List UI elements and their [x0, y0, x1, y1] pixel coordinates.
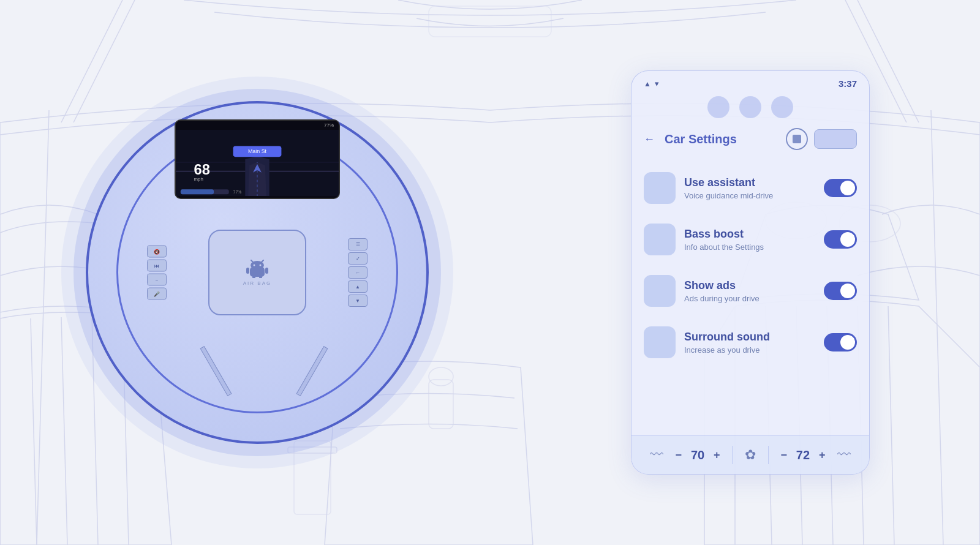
mounted-phone: P R N D 4 77% [175, 119, 340, 199]
show-ads-subtitle: Ads during your drive [684, 294, 815, 303]
svg-rect-28 [265, 268, 268, 274]
svg-text:mph: mph [194, 176, 203, 182]
heat-right-icon: 〰 [837, 447, 851, 463]
use-assistant-text: Use assistant Voice guidance mid-drive [684, 176, 815, 200]
left-btn[interactable]: ← [348, 266, 368, 279]
use-assistant-title: Use assistant [684, 176, 815, 189]
android-logo-icon [245, 260, 270, 278]
phone-status-bar: P R N D 4 77% [176, 121, 339, 130]
bass-boost-title: Bass boost [684, 228, 815, 241]
down-btn[interactable]: ▼ [348, 295, 368, 307]
surround-sound-title: Surround sound [684, 331, 815, 344]
settings-item-show-ads: Show ads Ads during your drive [631, 265, 869, 317]
toggle-knob [840, 284, 855, 298]
svg-line-24 [262, 260, 263, 262]
toggle-knob [840, 181, 855, 195]
bass-boost-text: Bass boost Info about the Settings [684, 228, 815, 252]
indicator-dot-2 [739, 96, 761, 118]
signal-icon: ▲ [644, 80, 651, 88]
airbag-label: AIR BAG [243, 280, 271, 286]
indicator-dot-3 [771, 96, 793, 118]
prev-btn[interactable]: ⏮ [147, 260, 167, 272]
svg-point-26 [260, 264, 262, 266]
right-temp-minus-button[interactable]: − [780, 449, 787, 462]
phone-battery: 77% [324, 122, 334, 128]
settings-item-surround-sound: Surround sound Increase as you drive [631, 317, 869, 368]
status-time: 3:37 [839, 78, 857, 89]
mute-btn[interactable]: 🔇 [147, 246, 167, 258]
voice-btn[interactable]: 🎤 [147, 288, 167, 300]
up-btn[interactable]: ▲ [348, 280, 368, 293]
left-temp-plus-button[interactable]: + [714, 449, 720, 462]
back-button[interactable]: ← [644, 133, 655, 146]
show-ads-text: Show ads Ads during your drive [684, 279, 815, 303]
stop-button[interactable] [786, 128, 808, 150]
climate-divider-2 [768, 446, 769, 464]
use-assistant-subtitle: Voice guidance mid-drive [684, 191, 815, 200]
status-icons: ▲ ▾ [644, 79, 659, 88]
climate-bar: 〰 − 70 + ✿ − 72 + 〰 [631, 435, 869, 474]
surround-sound-text: Surround sound Increase as you drive [684, 331, 815, 355]
bass-boost-subtitle: Info about the Settings [684, 242, 815, 252]
svg-text:Main St: Main St [248, 148, 267, 154]
spoke-right-buttons: ☰ ✓ ← ▲ ▼ [348, 238, 368, 307]
svg-text:68: 68 [194, 162, 210, 178]
use-assistant-toggle[interactable] [824, 179, 857, 197]
right-climate-control: − 72 + [780, 448, 825, 462]
stop-icon [793, 135, 801, 143]
indicator-dot-1 [707, 96, 729, 118]
use-assistant-icon-box [644, 172, 676, 204]
show-ads-toggle[interactable] [824, 282, 857, 300]
heat-left-icon: 〰 [650, 447, 663, 463]
settings-item-use-assistant: Use assistant Voice guidance mid-drive [631, 162, 869, 214]
spoke-left-buttons: 🔇 ⏮ − 🎤 [147, 246, 167, 300]
svg-rect-27 [246, 268, 249, 274]
right-temp-plus-button[interactable]: + [819, 449, 826, 462]
svg-point-25 [254, 264, 255, 266]
action-button[interactable] [814, 129, 857, 149]
svg-text:77%: 77% [233, 190, 242, 194]
indicator-row [631, 92, 869, 122]
surround-sound-subtitle: Increase as you drive [684, 345, 815, 355]
surround-sound-toggle[interactable] [824, 333, 857, 351]
toggle-knob [840, 232, 855, 247]
bass-boost-icon-box [644, 224, 676, 255]
settings-list: Use assistant Voice guidance mid-drive B… [631, 156, 869, 435]
back-arrow-icon: ← [644, 133, 655, 146]
toggle-knob [840, 335, 855, 350]
bass-boost-toggle[interactable] [824, 230, 857, 249]
show-ads-title: Show ads [684, 279, 815, 292]
wheel-hub: AIR BAG [208, 230, 306, 315]
show-ads-icon-box [644, 275, 676, 307]
climate-divider [732, 446, 733, 464]
top-controls [786, 128, 857, 150]
check-btn[interactable]: ✓ [348, 252, 368, 265]
wifi-icon: ▾ [655, 79, 659, 88]
status-bar: ▲ ▾ 3:37 [631, 71, 869, 92]
phone-screen: P R N D 4 77% [176, 121, 339, 198]
steering-wheel: P R N D 4 77% [86, 101, 429, 444]
left-temp-minus-button[interactable]: − [676, 449, 682, 462]
left-climate-control: − 70 + [676, 448, 720, 462]
right-temp-value: 72 [792, 448, 814, 462]
page-title: Car Settings [665, 132, 780, 146]
surround-sound-icon-box [644, 326, 676, 358]
left-temp-value: 70 [687, 448, 709, 462]
phone-map: Main St 68 mph 77% [176, 130, 339, 196]
svg-line-23 [251, 260, 253, 262]
vol-down-btn[interactable]: − [147, 274, 167, 286]
settings-panel: ▲ ▾ 3:37 ← Car Settings [631, 70, 870, 475]
fan-icon: ✿ [745, 447, 756, 463]
menu-btn[interactable]: ☰ [348, 238, 368, 250]
top-nav-bar: ← Car Settings [631, 122, 869, 156]
settings-item-bass-boost: Bass boost Info about the Settings [631, 214, 869, 265]
svg-rect-19 [181, 189, 214, 194]
